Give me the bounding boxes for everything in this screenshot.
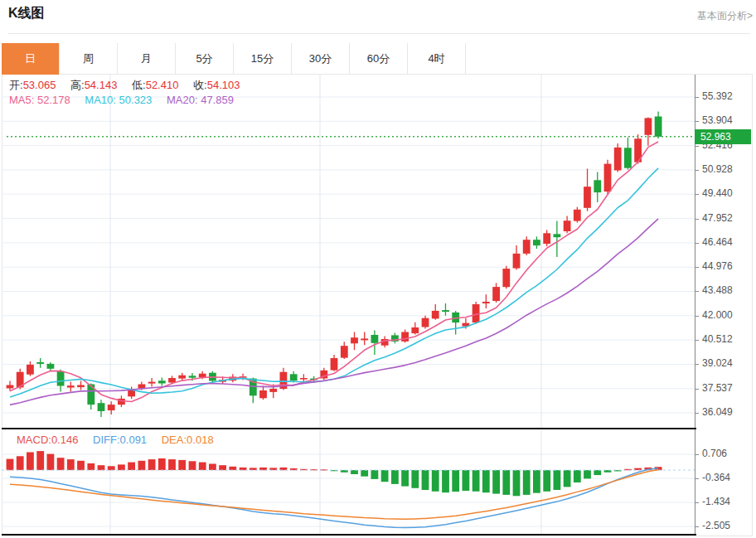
page-title: K线图 [8, 5, 45, 22]
axis-tick [695, 291, 699, 292]
axis-tick [695, 454, 699, 455]
axis-tick-label: 39.024 [702, 357, 733, 369]
fundamental-analysis-link[interactable]: 基本面分析> [697, 9, 753, 23]
low-label: 低: [132, 79, 146, 91]
main-kline-chart[interactable] [2, 75, 695, 429]
tab-4hour[interactable]: 4时 [408, 43, 466, 75]
axis-tick [695, 478, 699, 479]
axis-tick-label: 46.464 [702, 236, 733, 248]
axis-tick [695, 219, 699, 220]
ma-legend: MA5: 52.178 MA10: 50.323 MA20: 47.859 [9, 94, 245, 106]
pane-separator [2, 428, 696, 429]
tab-week[interactable]: 周 [60, 43, 118, 75]
close-label: 收: [193, 79, 207, 91]
axis-tick [695, 340, 699, 341]
ma20-value: 47.859 [201, 94, 234, 106]
axis-tick [695, 170, 699, 171]
header-divider [8, 33, 750, 34]
tab-month[interactable]: 月 [118, 43, 176, 75]
high-label: 高: [70, 79, 85, 91]
axis-tick-label: 49.440 [702, 187, 733, 199]
axis-tick [695, 526, 699, 527]
axis-tick [695, 389, 699, 390]
axis-tick [695, 364, 699, 365]
axis-tick-label: 53.904 [702, 114, 733, 126]
axis-tick-label: -2.505 [702, 520, 730, 531]
axis-tick [695, 97, 699, 98]
tab-30min[interactable]: 30分 [292, 43, 350, 75]
axis-tick [695, 267, 699, 268]
axis-tick [695, 243, 699, 244]
axis-tick-label: 47.952 [702, 212, 733, 224]
tab-day[interactable]: 日 [2, 43, 60, 75]
high-value: 54.143 [85, 79, 118, 91]
open-value: 53.065 [23, 79, 56, 91]
axis-tick-label: 44.976 [702, 260, 733, 272]
ma5-label: MA5: [9, 94, 34, 106]
axis-tick-label: 43.488 [702, 284, 733, 296]
current-price-tag: 52.963 [695, 129, 751, 144]
close-value: 54.103 [207, 79, 240, 91]
axis-tick-label: 40.512 [702, 333, 733, 345]
tab-15min[interactable]: 15分 [234, 43, 292, 75]
axis-tick-label: -0.364 [702, 472, 730, 483]
axis-tick [695, 316, 699, 317]
axis-tick-label: 55.392 [702, 90, 733, 102]
macd-label: MACD: [17, 434, 51, 446]
axis-tick [695, 194, 699, 195]
open-label: 开: [9, 79, 23, 91]
axis-tick-label: 36.049 [702, 406, 733, 418]
axis-tick [695, 121, 699, 122]
dea-label: DEA: [162, 434, 187, 446]
diff-value: 0.091 [120, 434, 148, 446]
axis-tick-label: 50.928 [702, 163, 733, 175]
axis-tick-label: 42.000 [702, 309, 733, 321]
tab-60min[interactable]: 60分 [350, 43, 408, 75]
ma20-label: MA20: [167, 94, 198, 106]
tab-5min[interactable]: 5分 [176, 43, 234, 75]
macd-legend: MACD:0.146 DIFF:0.091 DEA:0.018 [17, 434, 225, 446]
ma10-value: 50.323 [119, 94, 153, 106]
kline-page: K线图 基本面分析> 日周月5分15分30分60分4时 开:53.065 高:5… [0, 0, 756, 538]
axis-tick [695, 502, 699, 503]
interval-tab-bar: 日周月5分15分30分60分4时 [2, 43, 753, 75]
ma10-label: MA10: [85, 94, 116, 106]
macd-value: 0.146 [51, 434, 79, 446]
axis-tick-label: 0.706 [702, 448, 727, 459]
axis-tick-label: 37.537 [702, 382, 733, 394]
axis-tick [695, 146, 699, 147]
low-value: 52.410 [146, 79, 179, 91]
axis-tick [695, 413, 699, 414]
axis-tick-label: -1.434 [702, 496, 730, 507]
bottom-axis-line [2, 534, 696, 536]
ma5-value: 52.178 [37, 94, 70, 106]
dea-value: 0.018 [187, 434, 214, 446]
diff-label: DIFF: [93, 434, 120, 446]
ohlc-legend: 开:53.065 高:54.143 低:52.410 收:54.103 [9, 78, 251, 93]
